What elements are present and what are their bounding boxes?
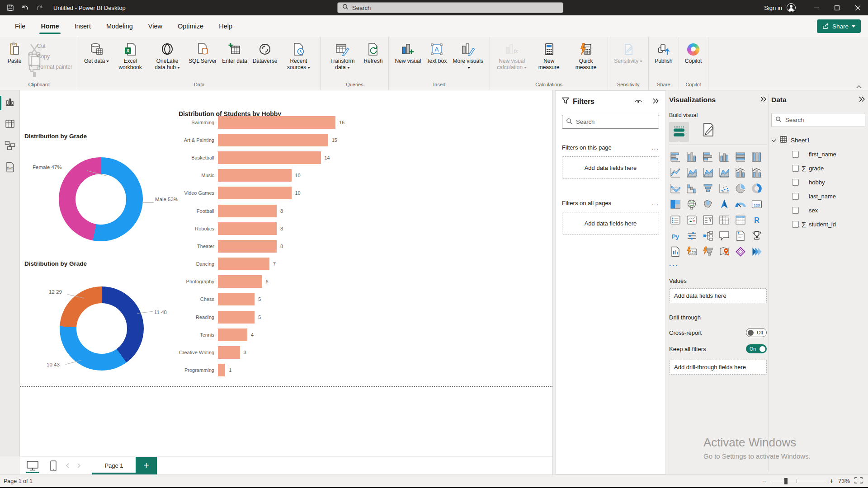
decomposition-tree-icon[interactable] [702,230,714,242]
ribbon-button-more-visuals[interactable]: More visuals [450,40,486,71]
sign-in-button[interactable]: Sign in [764,5,782,11]
ribbon-button-text-box[interactable]: AText box [424,40,449,65]
menu-item-insert[interactable]: Insert [67,15,99,37]
field-sex[interactable]: sex [771,206,865,214]
ribbon-button-paste[interactable]: Paste [4,40,25,65]
treemap-icon[interactable] [669,198,682,211]
python-visual-icon[interactable]: Py [669,230,682,242]
bar[interactable] [218,328,247,341]
field-hobby[interactable]: hobby [771,178,865,186]
ribbon-chart-icon[interactable] [669,182,682,195]
100-stacked-column-chart-icon[interactable] [750,150,763,163]
bar[interactable] [218,187,292,199]
share-button[interactable]: Share [817,19,861,33]
page-filters-dropzone[interactable]: Add data fields here [562,156,659,179]
zoom-slider[interactable] [771,478,825,484]
collapse-pane-icon[interactable] [652,98,659,106]
gender-donut-chart[interactable] [59,157,143,241]
drill-through-dropzone[interactable]: Add drill-through fields here [669,360,767,375]
azure-map-icon[interactable] [718,198,731,211]
search-input[interactable] [352,5,542,11]
menu-item-optimize[interactable]: Optimize [170,15,211,37]
ribbon-button-excel-workbook[interactable]: XExcel workbook [112,40,148,71]
filled-map-icon[interactable] [702,198,714,211]
gauge-icon[interactable] [734,198,747,211]
bar[interactable] [218,222,277,235]
menu-item-modeling[interactable]: Modeling [99,15,141,37]
ribbon-button-new-visual[interactable]: New visual [392,40,423,65]
paginated-report-icon[interactable] [669,245,682,258]
menu-item-help[interactable]: Help [211,15,240,37]
stacked-area-chart-icon[interactable] [702,166,714,179]
field-checkbox[interactable] [792,193,799,200]
values-dropzone[interactable]: Add data fields here [669,288,767,303]
scatter-chart-icon[interactable] [718,182,731,195]
stacked-bar-chart-icon[interactable] [669,150,682,163]
line-and-stacked-column-chart-icon[interactable] [734,166,747,179]
ribbon-button-new-visual-calculation[interactable]: fxNew visual calculation [494,40,530,71]
ribbon-button-cut[interactable]: Cut [27,42,72,50]
collapse-pane-icon[interactable] [760,96,767,104]
chevron-down-icon[interactable] [771,137,776,144]
field-grade[interactable]: ∑grade [771,164,865,172]
grade-donut-chart[interactable] [60,286,144,371]
bar[interactable] [218,311,255,324]
button-slicer-icon[interactable] [685,230,698,242]
ribbon-button-quick-measure[interactable]: Quick measure [568,40,604,71]
all-pages-filters-dropzone[interactable]: Add data fields here [562,212,659,235]
line-chart-icon[interactable] [669,166,682,179]
qa-visual-icon[interactable] [718,230,731,242]
kpi-icon[interactable] [685,214,698,226]
build-visual-mode-button[interactable] [669,122,689,142]
table-icon[interactable] [718,214,731,226]
bar[interactable] [218,134,328,146]
filters-search-input[interactable] [576,118,639,125]
new-page-button[interactable]: + [136,457,157,474]
stacked-column-chart-icon[interactable] [685,150,698,163]
multi-row-card-icon[interactable] [669,214,682,226]
metrics-icon[interactable] [750,230,763,242]
waterfall-chart-icon[interactable] [685,182,698,195]
next-page-arrow[interactable] [73,457,85,474]
eye-icon[interactable] [634,98,642,106]
bar[interactable] [218,258,269,270]
100-stacked-bar-chart-icon[interactable] [734,150,747,163]
close-button[interactable] [847,0,868,15]
field-student-id[interactable]: ∑student_id [771,220,865,228]
bar[interactable] [218,346,240,359]
field-checkbox[interactable] [792,165,799,172]
maximize-button[interactable] [826,0,847,15]
account-avatar-icon[interactable] [787,3,796,12]
save-icon[interactable] [6,4,14,12]
bar[interactable] [218,169,292,182]
report-canvas[interactable]: Distribution of Students by Hobby Swimmi… [20,90,552,456]
ribbon-button-refresh[interactable]: Refresh [361,40,385,65]
format-visual-mode-button[interactable] [702,122,715,139]
data-funnel-icon[interactable] [702,245,714,258]
previous-page-arrow[interactable] [61,457,73,474]
collapse-pane-icon[interactable] [859,96,865,104]
bar[interactable] [218,275,262,288]
donut-chart-icon[interactable] [750,182,763,195]
ribbon-button-new-measure[interactable]: New measure [531,40,567,71]
rail-table-view-button[interactable] [0,116,20,134]
arcgis-map-icon[interactable] [718,245,731,258]
bar[interactable] [218,116,335,129]
ribbon-button-transform-data[interactable]: Transform data [324,40,360,71]
more-visual-types-button[interactable]: ... [669,260,767,267]
field-checkbox[interactable] [792,179,799,186]
ribbon-button-dataverse[interactable]: Dataverse [250,40,280,65]
minimize-button[interactable] [806,0,826,15]
pie-chart-icon[interactable] [734,182,747,195]
keep-all-filters-toggle[interactable]: On [746,344,767,353]
matrix-icon[interactable] [734,214,747,226]
field-last-name[interactable]: last_name [771,192,865,200]
field-first-name[interactable]: first_name [771,150,865,158]
zoom-out-button[interactable]: − [762,477,766,485]
r-script-visual-icon[interactable]: R [750,214,763,226]
rail-report-view-button[interactable] [0,94,20,112]
ribbon-button-sql-server[interactable]: SQL Server [186,40,219,65]
filters-search-box[interactable] [562,115,659,129]
cross-report-toggle[interactable]: Off [746,328,767,337]
more-options-icon[interactable]: ... [651,200,659,206]
